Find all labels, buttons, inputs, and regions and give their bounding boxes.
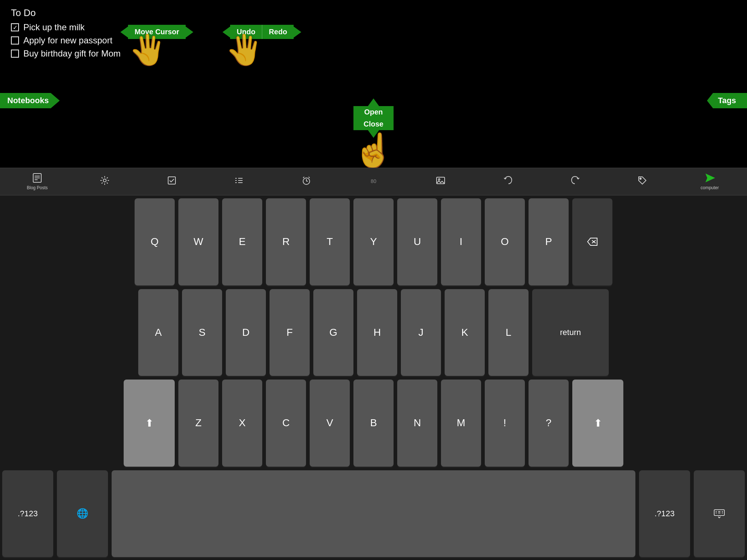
todo-item-3: Buy birthday gift for Mom <box>11 48 736 59</box>
todo-item-1: ✓ Pick up the milk <box>11 22 736 32</box>
todo-item-2: Apply for new passport <box>11 35 736 46</box>
counter-value: 80 <box>371 179 376 184</box>
tag-icon <box>637 175 647 187</box>
key-n[interactable]: N <box>397 380 437 467</box>
key-j[interactable]: J <box>401 289 441 376</box>
key-e[interactable]: E <box>222 198 262 285</box>
key-d[interactable]: D <box>226 289 266 376</box>
todo-text-2: Apply for new passport <box>23 35 112 46</box>
key-c[interactable]: C <box>266 380 306 467</box>
key-w[interactable]: W <box>178 198 218 285</box>
svg-rect-23 <box>714 510 724 516</box>
image-icon <box>436 175 446 187</box>
notebooks-label: Notebooks <box>0 93 60 108</box>
key-shift-right[interactable]: ⬆ <box>572 380 623 467</box>
svg-marker-20 <box>706 174 714 182</box>
key-a[interactable]: A <box>138 289 178 376</box>
close-label: Close <box>353 118 394 130</box>
key-question[interactable]: ? <box>529 380 569 467</box>
key-globe[interactable]: 🌐 <box>57 470 108 557</box>
key-m[interactable]: M <box>441 380 481 467</box>
keyboard-row-4: .?123 🌐 .?123 <box>2 470 745 557</box>
key-q[interactable]: Q <box>135 198 175 285</box>
key-return[interactable]: return <box>532 289 609 376</box>
hand-gesture-2: 🖐 <box>226 33 263 67</box>
key-v[interactable]: V <box>310 380 350 467</box>
toolbar-settings[interactable] <box>94 175 116 188</box>
redo-icon <box>570 175 580 187</box>
key-f[interactable]: F <box>270 289 310 376</box>
list-icon <box>234 175 244 187</box>
key-p[interactable]: P <box>529 198 569 285</box>
screen: To Do ✓ Pick up the milk Apply for new p… <box>0 0 747 560</box>
alarm-icon <box>301 175 311 187</box>
todo-title: To Do <box>11 7 736 19</box>
key-k[interactable]: K <box>445 289 485 376</box>
keyboard-row-1: Q W E R T Y U I O P <box>2 198 745 285</box>
key-num-left[interactable]: .?123 <box>2 470 53 557</box>
hand-gesture-3: ☝ <box>353 131 394 170</box>
blog-posts-icon <box>32 173 42 184</box>
up-arrow-icon <box>368 98 379 106</box>
send-icon <box>705 173 715 184</box>
toolbar: Blog Posts <box>0 168 747 195</box>
key-num-right[interactable]: .?123 <box>639 470 690 557</box>
key-g[interactable]: G <box>313 289 353 376</box>
tags-arrow[interactable]: Tags <box>707 93 747 108</box>
key-r[interactable]: R <box>266 198 306 285</box>
checkbox-icon <box>167 175 177 187</box>
key-backspace[interactable] <box>572 198 612 285</box>
key-space[interactable] <box>112 470 635 557</box>
blog-posts-label: Blog Posts <box>27 185 47 190</box>
toolbar-tag[interactable] <box>631 175 653 188</box>
svg-point-18 <box>438 179 440 180</box>
tags-label: Tags <box>707 93 747 108</box>
key-l[interactable]: L <box>488 289 529 376</box>
redo-label: Redo <box>262 25 294 39</box>
key-keyboard-dismiss[interactable] <box>694 470 745 557</box>
toolbar-redo[interactable] <box>564 175 586 188</box>
svg-point-4 <box>103 179 106 182</box>
checkbox-2[interactable] <box>11 36 19 44</box>
key-o[interactable]: O <box>485 198 525 285</box>
key-y[interactable]: Y <box>353 198 394 285</box>
keyboard-row-3: ⬆ Z X C V B N M ! ? ⬆ <box>2 380 745 467</box>
key-exclaim[interactable]: ! <box>485 380 525 467</box>
toolbar-alarm[interactable] <box>295 175 317 188</box>
undo-icon <box>503 175 513 187</box>
key-h[interactable]: H <box>357 289 397 376</box>
key-z[interactable]: Z <box>178 380 218 467</box>
svg-point-19 <box>640 178 641 179</box>
open-label: Open <box>353 106 394 118</box>
redo-right-icon <box>293 26 301 38</box>
key-b[interactable]: B <box>353 380 394 467</box>
checkbox-3[interactable] <box>11 50 19 58</box>
toolbar-list[interactable] <box>228 175 250 188</box>
notebooks-arrow[interactable]: Notebooks <box>0 93 60 108</box>
keyboard-row-2: A S D F G H J K L return <box>2 289 745 376</box>
svg-line-16 <box>309 177 310 178</box>
key-t[interactable]: T <box>310 198 350 285</box>
toolbar-blog-posts[interactable]: Blog Posts <box>26 173 48 190</box>
key-i[interactable]: I <box>441 198 481 285</box>
toolbar-undo[interactable] <box>497 175 519 188</box>
toolbar-checkbox[interactable] <box>161 175 183 188</box>
settings-icon <box>100 175 110 187</box>
key-shift-left[interactable]: ⬆ <box>124 380 175 467</box>
key-s[interactable]: S <box>182 289 222 376</box>
todo-text-1: Pick up the milk <box>23 22 85 32</box>
toolbar-image[interactable] <box>430 175 452 188</box>
toolbar-send[interactable]: computer <box>699 173 721 190</box>
left-arrow-icon <box>120 26 128 38</box>
keyboard: Q W E R T Y U I O P A S D F G <box>0 195 747 560</box>
toolbar-counter: 80 <box>363 179 384 184</box>
right-arrow-icon <box>185 26 193 38</box>
checkbox-1[interactable]: ✓ <box>11 23 19 31</box>
hand-gesture-1: 🖐 <box>129 33 166 67</box>
svg-line-15 <box>303 177 304 178</box>
key-u[interactable]: U <box>397 198 437 285</box>
send-label: computer <box>701 185 719 190</box>
svg-rect-5 <box>168 177 175 184</box>
key-x[interactable]: X <box>222 380 262 467</box>
todo-text-3: Buy birthday gift for Mom <box>23 48 121 59</box>
